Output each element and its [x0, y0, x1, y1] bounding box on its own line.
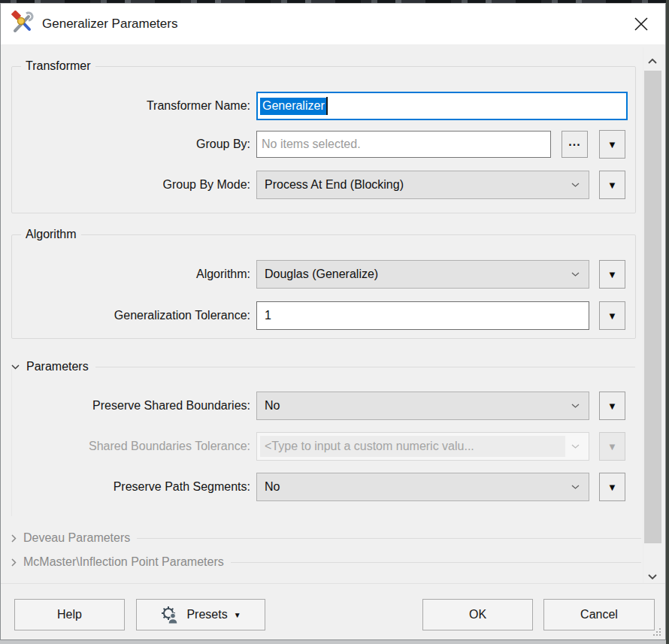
dropdown-arrow-icon: ▼ [607, 401, 617, 411]
section-divider [231, 562, 641, 563]
group-by-row: Group By: No items selected. ... ▼ [14, 130, 625, 159]
dropdown-arrow-icon: ▼ [607, 140, 617, 150]
chevron-right-icon [11, 534, 17, 543]
section-divider [137, 538, 641, 539]
generalization-tolerance-dropdown-button[interactable]: ▼ [599, 301, 625, 330]
shared-boundaries-tolerance-row: Shared Boundaries Tolerance: <Type to in… [14, 432, 625, 461]
shared-boundaries-tolerance-combobox: <Type to input a custom numeric valu... [256, 432, 589, 461]
deveau-parameters-section-header[interactable]: Deveau Parameters [11, 530, 641, 546]
close-button[interactable] [629, 12, 653, 36]
preserve-path-segments-row: Preserve Path Segments: No ▼ [14, 473, 625, 501]
chevron-down-icon [571, 272, 580, 277]
dialog-footer: Help Presets ▼ OK Cancel [1, 583, 665, 639]
help-button[interactable]: Help [14, 599, 125, 630]
ellipsis-icon: ... [568, 135, 580, 153]
algorithm-group-legend: Algorithm [21, 228, 81, 241]
section-divider [95, 367, 635, 367]
dropdown-arrow-icon: ▼ [607, 180, 617, 190]
chevron-down-icon [648, 574, 657, 579]
preserve-path-segments-dropdown-button[interactable]: ▼ [599, 473, 625, 501]
group-by-input[interactable]: No items selected. [256, 131, 551, 158]
vertical-scrollbar[interactable] [643, 47, 661, 583]
title-bar: Generalizer Parameters [1, 4, 665, 44]
transformer-group-legend: Transformer [21, 59, 95, 73]
transformer-name-row: Transformer Name: Generalizer [14, 92, 628, 120]
generalization-tolerance-input[interactable]: 1 [256, 301, 589, 330]
ok-button[interactable]: OK [422, 599, 533, 630]
algorithm-label: Algorithm: [14, 268, 250, 281]
generalization-tolerance-row: Generalization Tolerance: 1 ▼ [14, 301, 625, 330]
algorithm-combobox[interactable]: Douglas (Generalize) [256, 260, 589, 289]
desktop-background-strip [666, 0, 669, 644]
group-by-dropdown-button[interactable]: ▼ [599, 130, 625, 159]
preserve-shared-boundaries-dropdown-button[interactable]: ▼ [599, 392, 625, 420]
preserve-shared-boundaries-row: Preserve Shared Boundaries: No ▼ [14, 392, 625, 420]
chevron-expanded-icon [11, 364, 20, 370]
algorithm-dropdown-button[interactable]: ▼ [599, 260, 625, 289]
close-icon [632, 15, 650, 33]
preserve-path-segments-combobox[interactable]: No [256, 473, 589, 501]
group-by-mode-dropdown-button[interactable]: ▼ [599, 171, 625, 199]
chevron-right-icon [11, 558, 17, 567]
desktop-background-strip [0, 640, 666, 644]
dropdown-arrow-icon: ▼ [607, 270, 617, 280]
parameters-section-label: Parameters [26, 360, 89, 373]
chevron-down-icon [571, 485, 580, 489]
selected-text: Generalizer [260, 98, 326, 115]
page-title: Generalizer Parameters [42, 17, 177, 32]
preserve-path-segments-label: Preserve Path Segments: [14, 480, 250, 494]
group-by-mode-combobox[interactable]: Process At End (Blocking) [256, 171, 589, 199]
transformer-name-label: Transformer Name: [14, 99, 250, 113]
shared-boundaries-tolerance-label: Shared Boundaries Tolerance: [14, 440, 250, 453]
scrollbar-thumb[interactable] [644, 71, 661, 543]
group-by-label: Group By: [14, 138, 250, 151]
preserve-shared-boundaries-label: Preserve Shared Boundaries: [14, 399, 250, 413]
chevron-up-icon [648, 59, 657, 64]
group-by-mode-row: Group By Mode: Process At End (Blocking)… [14, 171, 625, 199]
shared-boundaries-tolerance-dropdown-button: ▼ [599, 432, 625, 461]
text-caret [326, 97, 328, 115]
mcmaster-inflection-point-parameters-section-header[interactable]: McMaster\Inflection Point Parameters [11, 554, 641, 570]
chevron-down-icon [571, 183, 580, 187]
group-by-mode-label: Group By Mode: [14, 178, 250, 192]
dropdown-arrow-icon: ▼ [607, 442, 617, 452]
generalization-tolerance-label: Generalization Tolerance: [14, 309, 250, 322]
presets-gear-user-icon [160, 605, 180, 625]
chevron-down-icon [571, 404, 580, 408]
preserve-shared-boundaries-combobox[interactable]: No [256, 392, 589, 420]
algorithm-row: Algorithm: Douglas (Generalize) ▼ [14, 260, 625, 289]
dropdown-arrow-icon: ▼ [234, 611, 241, 619]
transformer-name-input[interactable]: Generalizer [256, 92, 628, 120]
generalizer-parameters-dialog: Generalizer Parameters Transformer Trans… [0, 3, 666, 640]
scroll-down-button[interactable] [643, 569, 661, 584]
parameters-section-border [11, 369, 12, 516]
resize-grip[interactable] [652, 627, 661, 636]
transformer-icon [10, 11, 34, 38]
dropdown-arrow-icon: ▼ [607, 311, 617, 321]
group-by-browse-button[interactable]: ... [562, 131, 588, 158]
dropdown-arrow-icon: ▼ [607, 482, 617, 492]
cancel-button[interactable]: Cancel [543, 599, 655, 630]
presets-button[interactable]: Presets ▼ [136, 599, 265, 630]
group-by-placeholder: No items selected. [262, 138, 361, 151]
scroll-up-button[interactable] [643, 53, 661, 68]
parameters-section-header[interactable]: Parameters [11, 358, 635, 375]
chevron-down-icon [571, 444, 580, 449]
